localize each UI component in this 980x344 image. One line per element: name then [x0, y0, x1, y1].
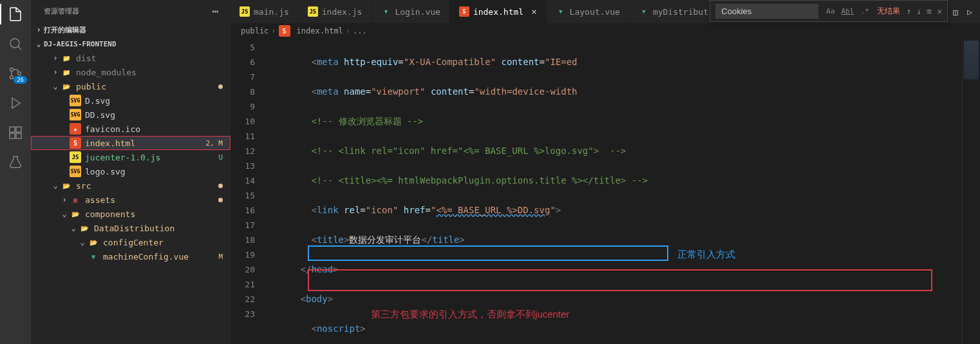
js-icon: JS: [70, 151, 81, 163]
tab-index.html[interactable]: 5index.html×: [450, 0, 547, 23]
svg-icon: SVG: [70, 166, 81, 177]
html-icon: 5: [279, 25, 290, 37]
tab-main.js[interactable]: JSmain.js: [231, 0, 299, 23]
favicon-icon: ★: [70, 123, 81, 135]
annotation-red: 第三方包要求的引入方式，否则拿不到jucenter: [371, 307, 569, 321]
tab-index.js[interactable]: JSindex.js: [299, 0, 372, 23]
split-icon[interactable]: ◫: [953, 7, 958, 17]
testing-icon[interactable]: [6, 153, 24, 171]
svg-icon: SVG: [70, 95, 81, 106]
more-icon[interactable]: ▷: [967, 7, 972, 17]
assets-icon: ▦: [70, 194, 81, 205]
sidebar-header: 资源管理器 ⋯: [31, 0, 231, 23]
chevron-down-icon: ⌄: [33, 39, 44, 48]
minimap[interactable]: [962, 39, 980, 344]
folder-item[interactable]: ›📁node_modules: [31, 65, 231, 79]
folder-icon: 📂: [70, 208, 81, 220]
html-icon: 5: [70, 137, 81, 149]
project-header[interactable]: ⌄ DJ-AEGIS-FRONTEND: [31, 37, 231, 51]
close-icon[interactable]: ×: [531, 6, 536, 17]
explorer-icon[interactable]: [6, 5, 24, 23]
folder-item[interactable]: ⌄📂public: [31, 79, 231, 93]
breadcrumb[interactable]: public› 5 index.html› ...: [231, 23, 980, 39]
svg-point-2: [10, 76, 14, 79]
file-item[interactable]: SVGD.svg: [31, 93, 231, 108]
vue-icon: ▼: [88, 251, 99, 262]
code-editor[interactable]: <meta http-equiv="X-UA-Compatible" conte…: [268, 39, 962, 344]
folder-icon: 📂: [61, 180, 72, 191]
folder-icon: 📂: [79, 222, 90, 234]
folder-item[interactable]: ⌄📂configCenter: [31, 235, 231, 249]
file-item[interactable]: SVGlogo.svg: [31, 164, 231, 178]
folder-icon: 📁: [61, 66, 72, 78]
sidebar-title: 资源管理器: [44, 6, 79, 16]
find-input[interactable]: [715, 4, 818, 19]
tab-Login.vue[interactable]: ▼Login.vue: [372, 0, 449, 23]
source-control-icon[interactable]: 26: [6, 64, 24, 82]
explorer-sidebar: 资源管理器 ⋯ › 打开的编辑器 ⌄ DJ-AEGIS-FRONTEND ›📁d…: [31, 0, 231, 344]
chevron-right-icon: ›: [33, 25, 44, 34]
folder-item[interactable]: ›📁dist: [31, 51, 231, 65]
find-result: 无结果: [877, 6, 900, 17]
folder-item[interactable]: ›▦assets: [31, 193, 231, 207]
find-prev-icon[interactable]: ↑: [907, 6, 912, 16]
folder-icon: 📂: [61, 81, 72, 92]
annotation-box-blue: [308, 245, 668, 261]
line-gutter: 567891011121314151617181920212223: [231, 39, 268, 344]
file-item[interactable]: 5index.html2, M: [31, 136, 231, 150]
folder-icon: 📁: [61, 52, 72, 64]
file-item[interactable]: ▼machineConfig.vueM: [31, 249, 231, 263]
annotation-blue: 正常引入方式: [677, 247, 735, 262]
svg-point-3: [18, 72, 21, 75]
file-item[interactable]: JSjucenter-1.0.jsU: [31, 150, 231, 164]
open-editors-header[interactable]: › 打开的编辑器: [31, 23, 231, 37]
editor-area: JSmain.jsJSindex.js▼Login.vue5index.html…: [231, 0, 980, 344]
find-next-icon[interactable]: ↓: [917, 6, 922, 16]
match-word-icon[interactable]: Abl: [840, 6, 856, 17]
folder-item[interactable]: ⌄📂components: [31, 207, 231, 221]
extensions-icon[interactable]: [6, 124, 24, 142]
tab-Layout.vue[interactable]: ▼Layout.vue: [547, 0, 630, 23]
svg-rect-5: [16, 127, 21, 132]
sidebar-more-icon[interactable]: ⋯: [212, 5, 219, 17]
svg-rect-4: [10, 127, 15, 132]
file-tree: ›📁dist›📁node_modules⌄📂publicSVGD.svgSVGD…: [31, 51, 231, 344]
svg-point-0: [10, 39, 19, 48]
regex-icon[interactable]: .*: [859, 6, 870, 17]
file-item[interactable]: ★favicon.ico: [31, 122, 231, 136]
folder-icon: 📂: [88, 236, 99, 248]
find-selection-icon[interactable]: ≡: [927, 6, 932, 16]
activity-bar: 26: [0, 0, 31, 344]
find-close-icon[interactable]: ✕: [937, 6, 942, 16]
svg-rect-7: [16, 133, 21, 139]
folder-item[interactable]: ⌄📂src: [31, 178, 231, 193]
file-item[interactable]: SVGDD.svg: [31, 108, 231, 122]
match-case-icon[interactable]: Aa: [825, 6, 836, 17]
folder-item[interactable]: ⌄📂DataDistribution: [31, 221, 231, 235]
debug-icon[interactable]: [6, 94, 24, 112]
search-icon[interactable]: [6, 35, 24, 53]
svg-icon: SVG: [70, 109, 81, 120]
find-widget: Aa Abl .* 无结果 ↑ ↓ ≡ ✕: [710, 0, 948, 22]
svg-point-1: [10, 68, 14, 72]
scm-badge: 26: [14, 76, 27, 84]
svg-rect-6: [10, 133, 15, 139]
